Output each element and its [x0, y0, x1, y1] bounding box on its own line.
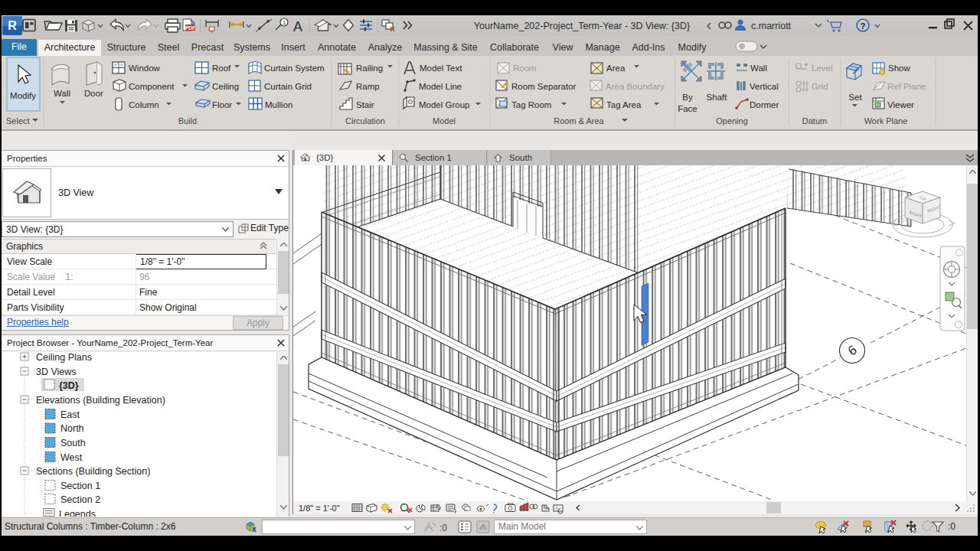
svg-text:Circulation: Circulation: [345, 116, 385, 126]
svg-text:North: North: [60, 423, 84, 434]
svg-text:Room & Area: Room & Area: [554, 116, 604, 126]
svg-text:{3D}: {3D}: [59, 380, 79, 391]
svg-text:Sections (Building Section): Sections (Building Section): [36, 466, 150, 477]
svg-text:R: R: [8, 19, 17, 32]
svg-text:Model Group: Model Group: [419, 100, 469, 109]
svg-text:Show: Show: [888, 64, 910, 73]
svg-text:Railing: Railing: [356, 64, 383, 73]
svg-text:Roof: Roof: [212, 64, 231, 73]
svg-text:Tag Room: Tag Room: [511, 100, 551, 109]
svg-text:Shaft: Shaft: [707, 93, 728, 102]
svg-text:Vertical: Vertical: [750, 82, 779, 91]
svg-text:Model Text: Model Text: [420, 64, 462, 73]
svg-text:Area Boundary: Area Boundary: [606, 82, 665, 91]
svg-text:Model Line: Model Line: [419, 82, 462, 91]
svg-text:By: By: [682, 93, 693, 102]
svg-text:Ramp: Ramp: [356, 82, 380, 91]
svg-text:Face: Face: [678, 104, 697, 113]
svg-text:A: A: [293, 19, 302, 34]
svg-text:West: West: [60, 452, 83, 463]
svg-text:Section 2: Section 2: [60, 494, 100, 505]
svg-text:Section 1: Section 1: [60, 481, 100, 491]
svg-text:East: East: [60, 409, 80, 420]
svg-text:South: South: [60, 438, 86, 448]
svg-text:Modify: Modify: [10, 91, 36, 100]
svg-text:PDF: PDF: [185, 25, 195, 31]
svg-text:1/8" = 1'-0": 1/8" = 1'-0": [299, 504, 340, 513]
svg-text:Component: Component: [129, 82, 175, 91]
svg-text:Dormer: Dormer: [750, 100, 779, 109]
svg-text:Viewer: Viewer: [887, 100, 914, 109]
svg-text:Model: Model: [433, 116, 456, 126]
svg-text:Room: Room: [513, 64, 537, 73]
svg-text:?: ?: [860, 21, 865, 31]
svg-text:Area: Area: [606, 64, 626, 73]
svg-text:Mullion: Mullion: [265, 100, 292, 109]
svg-text:Ceiling: Ceiling: [212, 82, 239, 91]
svg-text:Window: Window: [129, 64, 161, 73]
svg-text:Wall: Wall: [54, 89, 70, 98]
svg-text:1: 1: [283, 19, 286, 26]
svg-text:Select: Select: [6, 116, 30, 126]
svg-text:Legends: Legends: [59, 509, 96, 517]
svg-text:Build: Build: [178, 116, 197, 126]
svg-text:c.marriott: c.marriott: [751, 21, 792, 31]
svg-text:Set: Set: [848, 93, 862, 102]
svg-text:Work Plane: Work Plane: [864, 116, 908, 126]
svg-text:Floor: Floor: [212, 100, 232, 109]
svg-text:Column: Column: [129, 100, 159, 109]
svg-text:3D Views: 3D Views: [36, 367, 77, 377]
svg-text:Datum: Datum: [802, 116, 827, 126]
svg-text:Wall: Wall: [750, 64, 767, 73]
svg-text:Stair: Stair: [356, 100, 374, 109]
svg-text:Ref Plane: Ref Plane: [887, 82, 926, 91]
svg-text:Curtain System: Curtain System: [264, 64, 325, 73]
svg-text:Level: Level: [812, 64, 833, 73]
svg-text:Opening: Opening: [716, 116, 748, 126]
svg-text:Curtain Grid: Curtain Grid: [264, 82, 312, 91]
svg-text:Room Separator: Room Separator: [511, 82, 577, 91]
svg-text:Elevations (Building Elevation: Elevations (Building Elevation): [36, 395, 165, 406]
svg-text:Grid: Grid: [812, 82, 828, 91]
svg-text:Tag Area: Tag Area: [606, 100, 642, 109]
svg-text:Ceiling Plans: Ceiling Plans: [36, 352, 92, 363]
svg-text:YourName_202-Project_Term-Year: YourName_202-Project_Term-Year - 3D View…: [474, 21, 690, 31]
svg-text::0: :0: [439, 523, 447, 533]
svg-text:Door: Door: [84, 89, 103, 98]
